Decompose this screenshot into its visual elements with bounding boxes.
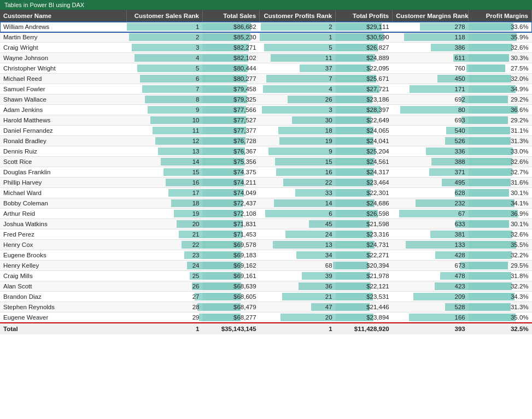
- cell-total-profits: $24,561: [336, 157, 393, 167]
- cell-total-profits: $23,316: [336, 229, 393, 240]
- table-row[interactable]: Craig Mills25$69,16139$21,97847831.8%: [0, 271, 532, 281]
- col-margins-rank[interactable]: Customer Margins Rank: [393, 10, 469, 22]
- title-bar: Tables in Power BI using DAX: [0, 0, 532, 10]
- cell-profits-rank: 11: [260, 53, 336, 63]
- cell-sales-rank: 29: [127, 312, 203, 323]
- table-row[interactable]: Christopher Wright5$80,44437$22,09576027…: [0, 63, 532, 74]
- table-row[interactable]: Joshua Watkins20$71,83145$21,59863330.1%: [0, 219, 532, 229]
- table-row[interactable]: Stephen Reynolds28$68,47947$21,44652831.…: [0, 302, 532, 312]
- table-row[interactable]: Phillip Harvey16$74,21122$23,46449531.6%: [0, 178, 532, 188]
- table-row[interactable]: Harold Matthews10$77,52730$22,64969329.2…: [0, 115, 532, 126]
- cell-total-profits: $21,446: [336, 302, 393, 312]
- cell-total-sales: $68,479: [202, 302, 259, 312]
- cell-profit-margins: 30.3%: [469, 53, 532, 63]
- cell-total-profits: $23,531: [336, 292, 393, 302]
- cell-margins-rank: 67: [393, 209, 469, 219]
- cell-name: Adam Jenkins: [0, 105, 127, 115]
- cell-name: Samuel Fowler: [0, 84, 127, 95]
- table-row[interactable]: Brandon Diaz27$68,60521$23,53120934.3%: [0, 292, 532, 302]
- table-row[interactable]: Henry Cox22$69,57813$24,73113335.5%: [0, 240, 532, 250]
- cell-profits-rank: 33: [260, 188, 336, 198]
- cell-profit-margins: 35.0%: [469, 312, 532, 323]
- cell-sales-rank: 22: [127, 240, 203, 250]
- table-row[interactable]: Daniel Fernandez11$77,37718$24,06554031.…: [0, 126, 532, 136]
- cell-margins-rank: 692: [393, 95, 469, 105]
- cell-total-profits: $22,271: [336, 250, 393, 261]
- table-row[interactable]: Eugene Weaver29$68,27720$23,89416635.0%: [0, 312, 532, 323]
- cell-margins-rank: 673: [393, 261, 469, 271]
- table-row[interactable]: Martin Berry2$85,2301$30,59011835.9%: [0, 32, 532, 43]
- cell-margins-rank: 526: [393, 136, 469, 146]
- table-row[interactable]: Craig Wright3$82,2715$26,82738632.6%: [0, 43, 532, 53]
- col-sales-rank[interactable]: Customer Sales Rank: [127, 10, 203, 22]
- cell-total-profits: $24,041: [336, 136, 393, 146]
- table-row[interactable]: Shawn Wallace8$79,32526$23,18669229.2%: [0, 95, 532, 105]
- cell-sales-rank: 20: [127, 219, 203, 229]
- cell-total-profits: $29,111: [336, 22, 393, 32]
- cell-total-sales: $75,356: [202, 157, 259, 167]
- cell-total-sales: $71,453: [202, 229, 259, 240]
- cell-sales-rank: 23: [127, 250, 203, 261]
- footer-row: Total 1 $35,143,145 1 $11,428,920 393 32…: [0, 323, 532, 334]
- cell-margins-rank: 693: [393, 115, 469, 126]
- cell-total-sales: $69,162: [202, 261, 259, 271]
- cell-name: Bobby Coleman: [0, 198, 127, 209]
- table-row[interactable]: Adam Jenkins9$77,5663$28,3978036.6%: [0, 105, 532, 115]
- col-profit-margins[interactable]: Profit Margins: [469, 10, 532, 22]
- cell-total-profits: $28,397: [336, 105, 393, 115]
- cell-profits-rank: 26: [260, 95, 336, 105]
- col-total-sales[interactable]: Total Sales: [202, 10, 259, 22]
- cell-total-sales: $86,682: [202, 22, 259, 32]
- cell-sales-rank: 14: [127, 157, 203, 167]
- table-row[interactable]: Douglas Franklin15$74,37516$24,31737132.…: [0, 167, 532, 178]
- cell-sales-rank: 2: [127, 32, 203, 43]
- table-row[interactable]: Scott Rice14$75,35615$24,56138832.6%: [0, 157, 532, 167]
- cell-total-sales: $80,277: [202, 74, 259, 84]
- cell-name: Fred Perez: [0, 229, 127, 240]
- cell-profits-rank: 34: [260, 250, 336, 261]
- cell-profit-margins: 35.9%: [469, 32, 532, 43]
- col-total-profits[interactable]: Total Profits: [336, 10, 393, 22]
- cell-total-profits: $22,121: [336, 281, 393, 292]
- table-row[interactable]: Samuel Fowler7$79,4584$27,72117134.9%: [0, 84, 532, 95]
- cell-profit-margins: 33.0%: [469, 146, 532, 157]
- cell-total-sales: $74,375: [202, 167, 259, 178]
- table-row[interactable]: Bobby Coleman18$72,43714$24,68623234.1%: [0, 198, 532, 209]
- table-row[interactable]: Dennis Ruiz13$76,3679$25,20433633.0%: [0, 146, 532, 157]
- table-row[interactable]: Alan Scott26$68,63936$22,12142332.2%: [0, 281, 532, 292]
- cell-margins-rank: 278: [393, 22, 469, 32]
- cell-total-sales: $69,183: [202, 250, 259, 261]
- cell-profits-rank: 7: [260, 74, 336, 84]
- col-customer-name[interactable]: Customer Name: [0, 10, 127, 22]
- table-row[interactable]: Arthur Reid19$72,1086$26,5986736.9%: [0, 209, 532, 219]
- cell-profit-margins: 34.9%: [469, 84, 532, 95]
- cell-profit-margins: 27.5%: [469, 63, 532, 74]
- cell-total-profits: $27,721: [336, 84, 393, 95]
- table-row[interactable]: Fred Perez21$71,45324$23,31638132.6%: [0, 229, 532, 240]
- table-row[interactable]: Michael Reed6$80,2777$25,67145032.0%: [0, 74, 532, 84]
- cell-profit-margins: 31.3%: [469, 302, 532, 312]
- table-row[interactable]: Henry Kelley24$69,16268$20,39467329.5%: [0, 261, 532, 271]
- cell-profit-margins: 35.5%: [469, 240, 532, 250]
- cell-name: Shawn Wallace: [0, 95, 127, 105]
- cell-total-sales: $76,728: [202, 136, 259, 146]
- cell-profit-margins: 31.6%: [469, 178, 532, 188]
- cell-profits-rank: 21: [260, 292, 336, 302]
- table-row[interactable]: Eugene Brooks23$69,18334$22,27142832.2%: [0, 250, 532, 261]
- cell-name: Eugene Weaver: [0, 312, 127, 323]
- table-row[interactable]: Wayne Johnson4$82,10211$24,88961130.3%: [0, 53, 532, 63]
- cell-profit-margins: 30.1%: [469, 219, 532, 229]
- col-profits-rank[interactable]: Customer Profits Rank: [260, 10, 336, 22]
- table-row[interactable]: William Andrews1$86,6822$29,11127833.6%: [0, 22, 532, 32]
- cell-profits-rank: 14: [260, 198, 336, 209]
- cell-total-sales: $77,377: [202, 126, 259, 136]
- cell-name: Dennis Ruiz: [0, 146, 127, 157]
- cell-profit-margins: 32.2%: [469, 281, 532, 292]
- table-row[interactable]: Ronald Bradley12$76,72819$24,04152631.3%: [0, 136, 532, 146]
- cell-sales-rank: 25: [127, 271, 203, 281]
- cell-margins-rank: 633: [393, 219, 469, 229]
- cell-sales-rank: 1: [127, 22, 203, 32]
- table-row[interactable]: Michael Ward17$74,04933$22,30162830.1%: [0, 188, 532, 198]
- cell-margins-rank: 450: [393, 74, 469, 84]
- cell-profits-rank: 6: [260, 209, 336, 219]
